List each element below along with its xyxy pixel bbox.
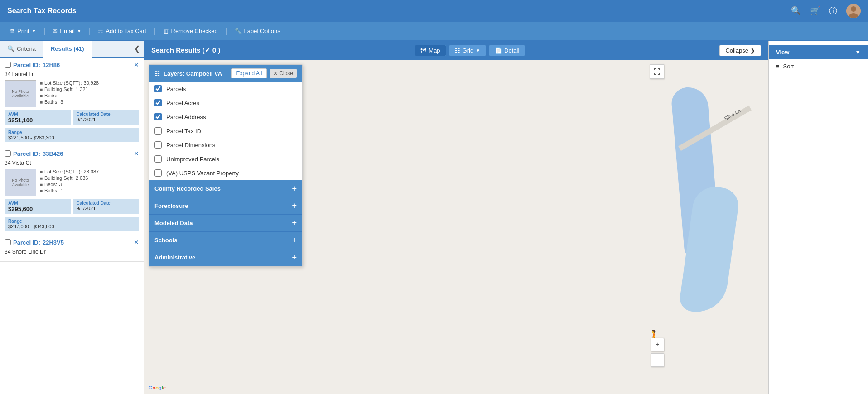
bldg-icon: ■ — [40, 87, 43, 92]
collapse-button[interactable]: Collapse ❯ — [719, 45, 761, 56]
bldg-icon-2: ■ — [40, 176, 43, 181]
layer-group-foreclosure[interactable]: Foreclosure + — [149, 197, 302, 215]
parcel-details-1: ■ Lot Size (SQFT): 30,928 ■ Building Sqf… — [40, 80, 139, 107]
zoom-out-button[interactable]: − — [651, 353, 664, 367]
layer-group-schools[interactable]: Schools + — [149, 232, 302, 249]
parcel-address-2: 34 Vista Ct — [5, 160, 139, 166]
layer-item-unimproved-parcels[interactable]: Unimproved Parcels — [149, 152, 302, 166]
sort-item[interactable]: ≡ Sort — [769, 59, 868, 73]
map-icon: 🗺 — [420, 47, 426, 54]
user-avatar[interactable] — [846, 4, 861, 18]
map-view-button[interactable]: 🗺 Map — [415, 45, 446, 56]
parcel-checkbox-3[interactable] — [5, 239, 11, 245]
email-icon: ✉ — [53, 28, 58, 34]
lot-size-row-1: ■ Lot Size (SQFT): 30,928 — [40, 80, 139, 86]
search-icon[interactable]: 🔍 — [791, 6, 801, 16]
map-container: Slice Ln ☷ Layers: Campbell VA Expand Al… — [144, 60, 768, 394]
parcel-details-2: ■ Lot Size (SQFT): 23,087 ■ Building Sqf… — [40, 169, 139, 196]
header-icons: 🔍 🛒 ⓘ — [791, 4, 861, 18]
email-button[interactable]: ✉ Email ▼ — [49, 26, 85, 36]
zoom-in-button[interactable]: + — [651, 338, 664, 351]
parcel-item-2: Parcel ID: 33B426 ✕ 34 Vista Ct No Photo… — [0, 146, 144, 235]
layer-checkbox-parcels[interactable] — [154, 85, 162, 92]
label-options-button[interactable]: 🔧 Label Options — [231, 26, 284, 36]
cart-icon[interactable]: 🛒 — [810, 6, 820, 16]
parcel-id-3: Parcel ID: 22H3V5 — [5, 239, 64, 246]
tab-collapse-btn[interactable]: ❮ — [130, 41, 144, 57]
view-chevron-icon: ▼ — [855, 49, 861, 56]
bldg-sqft-row-1: ■ Building Sqft: 1,321 — [40, 86, 139, 92]
baths-icon-2: ■ — [40, 188, 43, 193]
layer-checkbox-unimproved-parcels[interactable] — [154, 155, 162, 163]
parcel-list: Parcel ID: 12H86 ✕ 34 Laurel Ln No Photo… — [0, 58, 144, 394]
beds-icon-2: ■ — [40, 182, 43, 187]
google-logo: Google — [149, 385, 166, 390]
layer-group-county-recorded-sales[interactable]: County Recorded Sales + — [149, 180, 302, 197]
map-background: Slice Ln ☷ Layers: Campbell VA Expand Al… — [144, 60, 768, 394]
parcel-body-1: No Photo Available ■ Lot Size (SQFT): 30… — [5, 80, 139, 107]
results-title: Search Results (✓ 0 ) — [151, 46, 220, 54]
beds-row-1: ■ Beds: — [40, 93, 139, 98]
layer-group-plus-4: + — [292, 235, 297, 245]
parcel-close-1[interactable]: ✕ — [134, 61, 139, 68]
parcel-id-2: Parcel ID: 33B426 — [5, 150, 63, 157]
layer-checkbox-parcel-address[interactable] — [154, 113, 162, 120]
layer-group-plus-3: + — [292, 218, 297, 228]
layer-checkbox-parcel-tax-id[interactable] — [154, 127, 162, 135]
app-title: Search Tax Records — [7, 7, 77, 15]
parcel-item: Parcel ID: 12H86 ✕ 34 Laurel Ln No Photo… — [0, 58, 144, 146]
bldg-sqft-row-2: ■ Building Sqft: 2,036 — [40, 175, 139, 181]
lot-size-icon-2: ■ — [40, 169, 43, 174]
tax-cart-icon: ☵ — [98, 28, 103, 34]
grid-dropdown-icon: ▼ — [476, 48, 480, 53]
trash-icon: 🗑 — [163, 28, 169, 34]
expand-all-button[interactable]: Expand All — [231, 68, 267, 78]
parcel-close-3[interactable]: ✕ — [134, 239, 139, 246]
layers-title: ☷ Layers: Campbell VA — [154, 70, 222, 77]
fullscreen-button[interactable] — [650, 64, 664, 79]
results-area: Search Results (✓ 0 ) 🗺 Map ☷ Grid ▼ 📄 D… — [144, 41, 768, 394]
layer-item-parcel-acres[interactable]: Parcel Acres — [149, 96, 302, 110]
parcel-checkbox-2[interactable] — [5, 150, 11, 157]
remove-checked-button[interactable]: 🗑 Remove Checked — [159, 26, 222, 36]
parcel-close-2[interactable]: ✕ — [134, 150, 139, 157]
layer-item-parcel-tax-id[interactable]: Parcel Tax ID — [149, 124, 302, 138]
beds-icon: ■ — [40, 93, 43, 98]
results-header: Search Results (✓ 0 ) 🗺 Map ☷ Grid ▼ 📄 D… — [144, 41, 768, 60]
layer-checkbox-usps-vacant[interactable] — [154, 169, 162, 177]
parcel-checkbox-1[interactable] — [5, 62, 11, 68]
layer-item-parcel-address[interactable]: Parcel Address — [149, 110, 302, 124]
parcel-address-3: 34 Shore Line Dr — [5, 249, 139, 255]
collapse-chevron-icon: ❯ — [750, 47, 755, 54]
toolbar: 🖶 Print ▼ | ✉ Email ▼ | ☵ Add to Tax Car… — [0, 22, 868, 41]
view-dropdown[interactable]: View ▼ — [769, 45, 868, 59]
detail-view-button[interactable]: 📄 Detail — [489, 45, 525, 56]
results-controls: 🗺 Map ☷ Grid ▼ 📄 Detail — [415, 45, 525, 56]
baths-row-2: ■ Baths: 1 — [40, 188, 139, 193]
layer-item-usps-vacant[interactable]: (VA) USPS Vacant Property — [149, 166, 302, 180]
avm-box-2: AVM $295,600 — [5, 199, 71, 214]
parcel-range-2: Range $247,000 - $343,800 — [5, 217, 139, 231]
layer-item-parcel-dimensions[interactable]: Parcel Dimensions — [149, 138, 302, 152]
layer-checkbox-parcel-acres[interactable] — [154, 99, 162, 106]
range-box-2: Range $247,000 - $343,800 — [5, 217, 139, 231]
sort-label: Sort — [783, 63, 794, 70]
layer-group-modeled-data[interactable]: Modeled Data + — [149, 215, 302, 232]
tab-results[interactable]: Results (41) — [43, 41, 92, 58]
parcel-item-3: Parcel ID: 22H3V5 ✕ 34 Shore Line Dr — [0, 235, 144, 262]
add-to-tax-cart-button[interactable]: ☵ Add to Tax Cart — [94, 26, 149, 36]
layer-item-parcels[interactable]: Parcels — [149, 82, 302, 96]
lot-size-icon: ■ — [40, 81, 43, 86]
tab-criteria[interactable]: 🔍 Criteria — [0, 41, 43, 57]
grid-view-button[interactable]: ☷ Grid ▼ — [449, 45, 486, 56]
layer-checkbox-parcel-dimensions[interactable] — [154, 141, 162, 149]
close-icon: ✕ — [273, 70, 278, 77]
layers-close-button[interactable]: ✕ Close — [270, 69, 297, 78]
print-button[interactable]: 🖶 Print ▼ — [5, 26, 40, 36]
separator-3: | — [154, 26, 156, 36]
beds-row-2: ■ Beds: 3 — [40, 182, 139, 187]
help-icon[interactable]: ⓘ — [829, 5, 837, 16]
sort-icon: ≡ — [776, 63, 780, 70]
criteria-search-icon: 🔍 — [7, 45, 14, 52]
layer-group-administrative[interactable]: Administrative + — [149, 249, 302, 266]
